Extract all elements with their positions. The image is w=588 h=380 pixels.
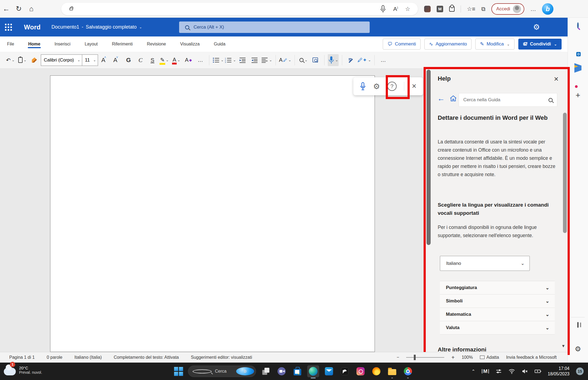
zoom-out-icon[interactable]: −	[397, 355, 399, 360]
dictate-button[interactable]: ⌄	[328, 54, 339, 66]
underline-button[interactable]: S	[147, 54, 158, 66]
document-page[interactable]	[50, 75, 375, 352]
zoom-level[interactable]: 100%	[462, 355, 473, 360]
clock-widget[interactable]: 17:04 18/05/2023	[548, 366, 569, 377]
browser-refresh-icon[interactable]: ↻	[13, 5, 25, 13]
chrome-button[interactable]	[402, 365, 414, 377]
word-count[interactable]: 0 parole	[47, 355, 62, 360]
help-home-icon[interactable]	[450, 95, 457, 102]
read-aloud-icon[interactable]: A)	[393, 6, 398, 12]
taskbar-search[interactable]: Cerca b	[188, 366, 256, 377]
fit-page-toggle[interactable]: Adatta	[480, 355, 499, 360]
extension-m-icon[interactable]: M	[437, 6, 443, 12]
hidden-icons-chevron[interactable]: ⌃	[471, 369, 475, 374]
clipchamp-button[interactable]	[339, 365, 351, 377]
bold-button[interactable]: G	[123, 54, 134, 66]
browser-back-icon[interactable]: ←	[0, 5, 13, 13]
tray-app-icon[interactable]: M	[482, 369, 489, 373]
address-input[interactable]	[77, 7, 380, 11]
address-bar[interactable]: A) ☆	[61, 3, 418, 15]
browser-menu-icon[interactable]: …	[530, 6, 536, 12]
font-name-select[interactable]: Calibri (Corpo)⌄	[41, 57, 82, 63]
weather-widget[interactable]: 1 20°C Preval. nuvol.	[4, 364, 42, 375]
editor-button[interactable]	[345, 54, 356, 66]
extension-icon[interactable]	[424, 6, 431, 12]
firefox-button[interactable]	[370, 365, 382, 377]
more-commands-button[interactable]: …	[378, 54, 389, 66]
tab-riferimenti[interactable]: Riferimenti	[111, 38, 133, 50]
settings-gear-icon[interactable]: ⚙	[533, 23, 540, 32]
comments-button[interactable]: 🗩 Commenti	[383, 39, 420, 50]
updates-button[interactable]: ∿ Aggiornamento	[424, 39, 471, 50]
sidebar-settings-gear-icon[interactable]: ⚙	[575, 345, 581, 353]
bullet-list-button[interactable]: ⌄	[213, 54, 224, 66]
file-explorer-button[interactable]	[386, 365, 398, 377]
document-title[interactable]: Documento1 - Salvataggio completato ⌄	[51, 24, 142, 30]
font-size-select[interactable]: 11⌄	[82, 55, 98, 66]
text-completion-status[interactable]: Completamento del testo: Attivata	[114, 355, 179, 360]
find-button[interactable]: ⌄	[298, 54, 309, 66]
sidebar-add-icon[interactable]: +	[575, 91, 580, 100]
volume-muted-icon[interactable]	[522, 368, 528, 375]
help-search-input[interactable]	[459, 97, 549, 103]
help-panel-scrollbar[interactable]	[563, 113, 567, 233]
word-search-box[interactable]: Cerca (Alt + X)	[179, 22, 370, 33]
help-back-icon[interactable]: ←	[437, 94, 445, 103]
sidebar-search-icon[interactable]	[577, 23, 579, 28]
browser-home-icon[interactable]: ⌂	[25, 5, 38, 13]
editing-mode-button[interactable]: ✎ Modifica ⌄	[475, 39, 514, 50]
italic-button[interactable]: C	[135, 54, 146, 66]
voice-search-icon[interactable]	[380, 5, 386, 13]
immersive-reader-button[interactable]	[310, 54, 321, 66]
dictation-close-button[interactable]: ✕	[412, 83, 416, 90]
paste-button[interactable]: ⌄	[17, 54, 28, 66]
bing-discover-icon[interactable]: b	[542, 3, 553, 15]
extensions-puzzle-icon[interactable]	[449, 6, 455, 12]
instagram-button[interactable]	[355, 365, 367, 377]
tab-home[interactable]: Home	[28, 38, 41, 50]
page-count[interactable]: Pagina 1 di 1	[9, 355, 35, 360]
dictation-settings-button[interactable]: ⚙	[373, 82, 380, 91]
favorites-bar-icon[interactable]: ☆≡	[467, 6, 475, 12]
sidebar-drop-icon[interactable]	[574, 66, 581, 71]
accordion-valuta[interactable]: Valuta⌄	[440, 321, 555, 335]
designer-button[interactable]: 🖉✦⌄	[357, 54, 371, 66]
document-scrollbar-overlap[interactable]	[427, 70, 431, 245]
battery-icon[interactable]	[535, 368, 541, 375]
dictation-mic-button[interactable]	[360, 82, 366, 90]
zoom-slider-thumb[interactable]	[414, 355, 416, 360]
format-painter-button[interactable]	[29, 54, 40, 66]
zoom-in-icon[interactable]: +	[451, 354, 455, 361]
wifi-icon[interactable]	[509, 368, 515, 375]
accordion-punteggiatura[interactable]: Punteggiatura⌄	[440, 281, 555, 295]
decrease-indent-button[interactable]	[237, 54, 248, 66]
zoom-slider[interactable]	[406, 357, 444, 358]
help-search-box[interactable]	[459, 93, 557, 107]
tab-guida[interactable]: Guida	[213, 38, 226, 50]
sign-in-button[interactable]: Accedi	[491, 3, 524, 15]
tab-visualizza[interactable]: Visualizza	[180, 38, 200, 50]
help-close-icon[interactable]: ✕	[554, 76, 559, 83]
numbered-list-button[interactable]: 123⌄	[225, 54, 236, 66]
alignment-button[interactable]: ⌄	[261, 54, 272, 66]
shrink-font-button[interactable]: A˅	[111, 54, 122, 66]
editor-suggestions-status[interactable]: Suggerimenti editor: visualizzati	[191, 355, 252, 360]
collections-icon[interactable]: ⧉	[481, 6, 485, 12]
grow-font-button[interactable]: A˄	[99, 54, 110, 66]
language-dropdown[interactable]: Italiano ⌄	[440, 256, 530, 271]
notification-count-badge[interactable]: 15	[576, 367, 584, 375]
undo-button[interactable]: ↶⌄	[5, 54, 16, 66]
highlight-color-button[interactable]: ✎⌄	[159, 54, 170, 66]
share-button[interactable]: 🖅 Condividi ⌄	[518, 39, 562, 50]
app-launcher-icon[interactable]	[5, 24, 12, 31]
accordion-matematica[interactable]: Matematica⌄	[440, 308, 555, 321]
accordion-simboli[interactable]: Simboli⌄	[440, 295, 555, 308]
styles-button[interactable]: A🖉⌄	[279, 54, 291, 66]
start-button[interactable]	[174, 367, 183, 376]
quick-settings-icon[interactable]	[495, 368, 502, 375]
edge-button[interactable]	[307, 365, 319, 377]
microsoft-store-button[interactable]	[292, 365, 304, 377]
feedback-link[interactable]: Invia feedback a Microsoft	[506, 355, 557, 360]
more-font-options-button[interactable]: …	[195, 54, 206, 66]
clear-formatting-button[interactable]: A◆	[183, 54, 194, 66]
